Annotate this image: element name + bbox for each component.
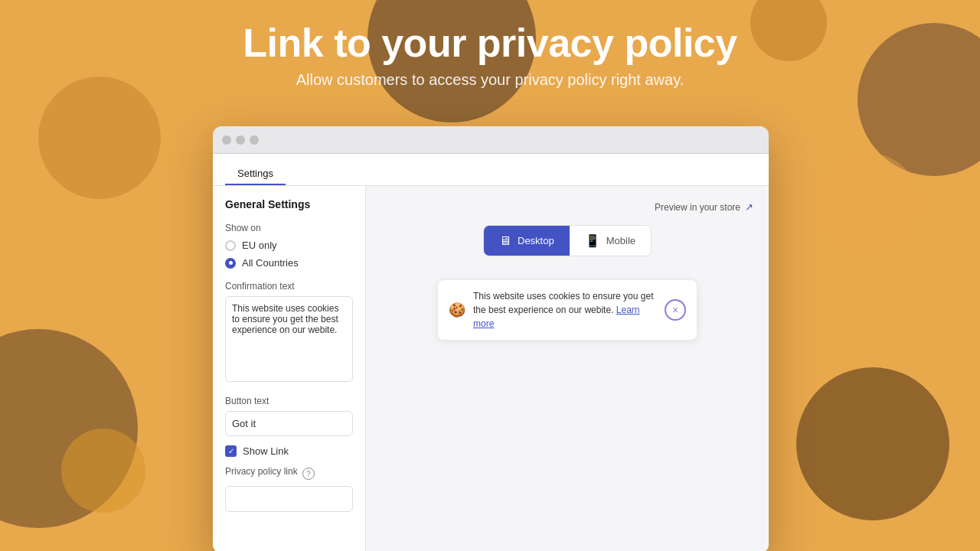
- external-link-icon[interactable]: ↗: [745, 201, 753, 213]
- settings-title: General Settings: [225, 198, 353, 210]
- button-text-input[interactable]: [225, 411, 353, 436]
- deco-circle-6: [796, 367, 949, 520]
- desktop-label: Desktop: [518, 235, 554, 246]
- close-icon: ×: [672, 304, 678, 316]
- view-toggle: 🖥 Desktop 📱 Mobile: [483, 225, 652, 256]
- show-on-radio-group: EU only All Countries: [225, 240, 353, 269]
- deco-circle-4: [0, 329, 138, 528]
- app-window: Settings General Settings Show on EU onl…: [213, 126, 769, 551]
- minimize-button[interactable]: [236, 135, 245, 145]
- main-title: Link to your privacy policy: [0, 21, 980, 65]
- radio-all-countries[interactable]: All Countries: [225, 257, 353, 269]
- radio-eu-only-btn[interactable]: [225, 240, 236, 251]
- settings-panel: General Settings Show on EU only All Cou…: [213, 186, 366, 551]
- deco-circle-5: [61, 429, 145, 513]
- desktop-toggle-button[interactable]: 🖥 Desktop: [484, 226, 570, 256]
- show-link-label: Show Link: [243, 445, 289, 457]
- privacy-policy-link-label: Privacy policy link: [225, 466, 298, 477]
- deco-circle-7: [819, 153, 919, 253]
- maximize-button[interactable]: [250, 135, 259, 145]
- show-link-checkbox[interactable]: ✓: [225, 445, 237, 457]
- privacy-policy-link-input[interactable]: [225, 486, 353, 512]
- radio-all-countries-label: All Countries: [242, 257, 299, 269]
- mobile-icon: 📱: [585, 233, 600, 248]
- button-text-label: Button text: [225, 396, 353, 406]
- sub-title: Allow customers to access your privacy p…: [0, 71, 980, 89]
- window-body: General Settings Show on EU only All Cou…: [213, 186, 769, 551]
- cookie-icon: 🍪: [449, 302, 466, 318]
- cookie-text: This website uses cookies to ensure you …: [473, 289, 657, 331]
- radio-eu-only-label: EU only: [242, 240, 277, 251]
- preview-header: Preview in your store ↗: [655, 201, 753, 213]
- help-icon[interactable]: ?: [302, 468, 315, 480]
- close-button[interactable]: [222, 135, 231, 145]
- tab-settings[interactable]: Settings: [225, 160, 286, 185]
- header-section: Link to your privacy policy Allow custom…: [0, 0, 980, 89]
- cookie-banner-preview: 🍪 This website uses cookies to ensure yo…: [437, 279, 697, 341]
- show-on-label: Show on: [225, 223, 353, 233]
- traffic-lights: [222, 135, 259, 145]
- show-link-row: ✓ Show Link: [225, 445, 353, 457]
- privacy-policy-link-row: Privacy policy link ?: [225, 466, 353, 481]
- mobile-toggle-button[interactable]: 📱 Mobile: [570, 226, 651, 256]
- learn-more-link[interactable]: Learn more: [473, 305, 640, 329]
- confirmation-text-input[interactable]: This website uses cookies to ensure you …: [225, 296, 353, 382]
- cookie-close-button[interactable]: ×: [665, 299, 686, 321]
- radio-all-countries-btn[interactable]: [225, 258, 236, 269]
- preview-label: Preview in your store: [655, 202, 740, 213]
- mobile-label: Mobile: [606, 235, 635, 246]
- title-bar: [213, 126, 769, 154]
- preview-area: Preview in your store ↗ 🖥 Desktop 📱 Mobi…: [366, 186, 769, 551]
- tab-bar: Settings: [213, 154, 769, 186]
- deco-circle-3: [38, 77, 161, 199]
- desktop-icon: 🖥: [499, 234, 511, 248]
- radio-eu-only[interactable]: EU only: [225, 240, 353, 251]
- confirmation-text-label: Confirmation text: [225, 281, 353, 292]
- check-icon: ✓: [228, 448, 234, 455]
